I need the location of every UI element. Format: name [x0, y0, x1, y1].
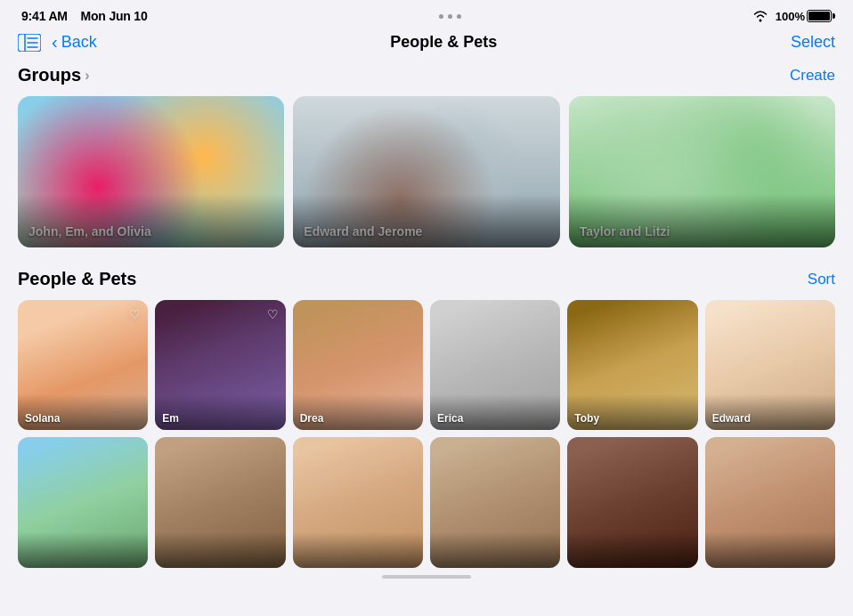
sort-button[interactable]: Sort: [808, 271, 835, 288]
person-card-row2-6[interactable]: [705, 437, 835, 567]
back-chevron-icon: ‹: [52, 32, 58, 53]
person-card-row2-2[interactable]: [155, 437, 285, 567]
status-time: 9:41 AM Mon Jun 10: [21, 9, 148, 23]
person-card-drea[interactable]: Drea: [293, 300, 423, 430]
battery-fill: [808, 12, 830, 20]
device-frame: 9:41 AM Mon Jun 10 100%: [0, 0, 853, 616]
nav-bar: ‹ Back People & Pets Select: [0, 28, 853, 61]
groups-title[interactable]: Groups ›: [18, 65, 89, 85]
create-button[interactable]: Create: [790, 67, 835, 85]
battery-percentage: 100%: [776, 10, 805, 23]
status-right: 100%: [752, 10, 832, 23]
person-name: Edward: [712, 412, 751, 425]
person-card-row2-4[interactable]: [430, 437, 560, 567]
group-card[interactable]: John, Em, and Olivia: [18, 96, 284, 247]
person-card-toby[interactable]: Toby: [567, 300, 697, 430]
dot-1: [439, 14, 443, 19]
group-card-label: Taylor and Litzi: [580, 224, 670, 239]
group-card[interactable]: Edward and Jerome: [293, 96, 559, 247]
battery-indicator: 100%: [776, 10, 832, 23]
person-name: Solana: [25, 412, 60, 425]
person-card-row2-3[interactable]: [293, 437, 423, 567]
person-card-row2-5[interactable]: [567, 437, 697, 567]
sidebar-icon[interactable]: [18, 34, 41, 52]
person-name: Drea: [300, 412, 324, 425]
people-title: People & Pets: [18, 269, 136, 289]
groups-section-header: Groups › Create: [18, 65, 835, 85]
status-bar: 9:41 AM Mon Jun 10 100%: [0, 0, 853, 28]
wifi-icon: [752, 10, 768, 22]
person-card-erica[interactable]: Erica: [430, 300, 560, 430]
status-dots: [439, 14, 461, 19]
groups-chevron-icon: ›: [85, 68, 89, 84]
person-name: Toby: [574, 412, 599, 425]
person-card-solana[interactable]: ♡ Solana: [18, 300, 148, 430]
nav-left: ‹ Back: [18, 32, 97, 53]
back-label: Back: [61, 33, 97, 52]
person-name: Erica: [437, 412, 463, 425]
person-card-row2-1[interactable]: [18, 437, 148, 567]
dot-3: [457, 14, 461, 19]
group-card[interactable]: Taylor and Litzi: [569, 96, 835, 247]
heart-icon: ♡: [267, 307, 279, 321]
person-card-edward[interactable]: Edward: [705, 300, 835, 430]
back-button[interactable]: ‹ Back: [52, 32, 97, 53]
group-card-label: John, Em, and Olivia: [28, 224, 151, 239]
dot-2: [448, 14, 452, 19]
time-display: 9:41 AM: [21, 9, 68, 23]
page-title: People & Pets: [390, 33, 497, 52]
people-grid-row1: ♡ Solana ♡ Em Drea Erica Toby Edward: [18, 300, 835, 430]
battery-body: [807, 10, 832, 22]
groups-title-text: Groups: [18, 65, 81, 85]
person-name: Em: [162, 412, 179, 425]
people-title-text: People & Pets: [18, 269, 136, 289]
scroll-indicator: [18, 568, 835, 582]
date-display: Mon Jun 10: [81, 9, 148, 23]
select-button[interactable]: Select: [791, 33, 835, 52]
scroll-pill: [382, 575, 471, 579]
heart-icon: ♡: [129, 307, 141, 321]
people-grid-row2: [18, 437, 835, 567]
group-card-label: Edward and Jerome: [304, 224, 422, 239]
people-section-header: People & Pets Sort: [18, 269, 835, 289]
person-card-em[interactable]: ♡ Em: [155, 300, 285, 430]
groups-grid: John, Em, and Olivia Edward and Jerome T…: [18, 96, 835, 247]
content-area: Groups › Create John, Em, and Olivia Edw…: [0, 61, 853, 593]
